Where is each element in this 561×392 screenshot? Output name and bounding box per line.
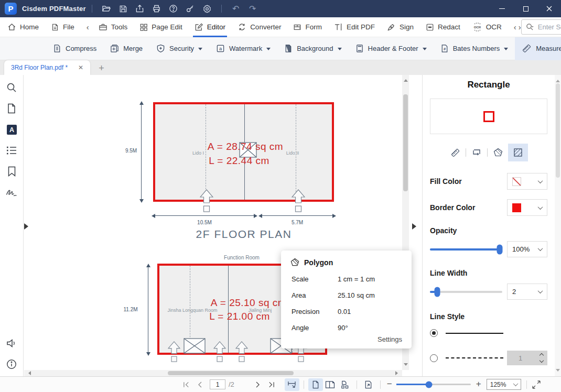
popup-settings-link[interactable]: Settings (377, 335, 402, 343)
spinner-up-icon[interactable] (540, 353, 544, 357)
line-style-solid-option[interactable] (430, 329, 547, 337)
first-page-icon[interactable] (179, 379, 193, 390)
fullscreen-icon[interactable] (532, 380, 541, 389)
ribbon-scroll-left-icon[interactable]: ‹ (514, 23, 516, 31)
polygon-tool-icon[interactable] (488, 144, 508, 161)
measure-button[interactable]: Measure (515, 37, 561, 60)
zoom-slider[interactable] (396, 384, 471, 385)
security-button[interactable]: Security (149, 37, 209, 60)
bates-numbers-icon: # (440, 44, 449, 53)
tab-converter[interactable]: Converter (238, 17, 281, 37)
open-file-icon[interactable] (98, 2, 115, 16)
scroll-up-icon[interactable] (556, 78, 560, 82)
rectangle-tool-icon[interactable] (508, 144, 528, 161)
sidebar-search-icon[interactable] (6, 82, 17, 93)
scroll-down-icon[interactable] (404, 363, 408, 368)
zoom-level-dropdown[interactable]: 125% (487, 379, 521, 390)
ribbon-scroll-right-icon[interactable]: › (519, 23, 521, 31)
border-color-dropdown[interactable] (507, 199, 547, 216)
tab-ocr[interactable]: OCR OCR (472, 17, 502, 37)
opacity-slider-thumb[interactable] (497, 244, 503, 254)
share-icon[interactable] (132, 2, 148, 16)
document-tab-strip: 3Rd Floor Plan.pdf * ✕ + (0, 60, 561, 75)
save-icon[interactable] (115, 2, 132, 16)
help-icon[interactable] (165, 2, 182, 16)
sidebar-info-icon[interactable] (6, 358, 17, 370)
tab-sign[interactable]: Sign (387, 17, 414, 37)
line-width-slider-thumb[interactable] (435, 287, 440, 297)
ribbon-collapse-left-icon[interactable]: ‹ (87, 23, 89, 31)
search-input[interactable] (537, 23, 561, 31)
export-page-icon[interactable] (361, 378, 376, 391)
password-icon[interactable] (182, 2, 199, 16)
zoom-out-icon[interactable]: − (387, 379, 392, 389)
bates-numbers-button[interactable]: # Bates Numbers (434, 37, 515, 60)
sidebar-signature-icon[interactable] (6, 187, 17, 198)
merge-button[interactable]: Merge (103, 37, 149, 60)
next-page-icon[interactable] (251, 379, 265, 390)
tab-editor[interactable]: Editor (195, 17, 225, 37)
tab-home[interactable]: Home (7, 17, 39, 37)
page-number-input[interactable] (210, 379, 225, 389)
sidebar-audio-icon[interactable] (6, 337, 17, 349)
line-width-slider[interactable] (430, 291, 502, 293)
horizontal-scroll-thumb[interactable] (168, 371, 294, 375)
line-width-dropdown[interactable]: 2 (507, 284, 547, 300)
close-button[interactable] (537, 0, 561, 17)
sidebar-expand-handle-icon[interactable] (24, 223, 31, 230)
zoom-slider-thumb[interactable] (425, 381, 432, 388)
sidebar-bookmark-icon[interactable] (6, 166, 17, 177)
zoom-in-icon[interactable]: + (476, 379, 481, 389)
scroll-down-icon[interactable] (556, 369, 560, 374)
background-button[interactable]: Background (277, 37, 348, 60)
sidebar-annotations-icon[interactable]: A (6, 124, 17, 135)
watermark-button[interactable]: a Watermark (209, 37, 277, 60)
opacity-slider[interactable] (430, 248, 502, 251)
single-page-view-icon[interactable] (308, 378, 323, 391)
sidebar-list-icon[interactable] (6, 145, 17, 156)
undo-icon[interactable]: ↶ (228, 2, 244, 16)
distance-tool-icon[interactable] (445, 144, 465, 161)
tab-edit-pdf[interactable]: Edit PDF (334, 17, 375, 37)
line-style-dashed-option[interactable]: 1 (430, 351, 547, 365)
print-icon[interactable] (148, 2, 165, 16)
two-page-view-icon[interactable] (323, 378, 338, 391)
scroll-up-icon[interactable] (404, 77, 408, 82)
document-tab[interactable]: 3Rd Floor Plan.pdf * ✕ (4, 60, 90, 75)
tab-tools[interactable]: Tools (99, 17, 128, 37)
canvas-horizontal-scrollbar[interactable] (24, 370, 402, 376)
tab-redact[interactable]: Redact (426, 17, 460, 37)
new-tab-button[interactable]: + (99, 63, 104, 73)
shape-preview-box (430, 99, 547, 134)
fill-color-dropdown[interactable] (507, 173, 547, 190)
minimize-button[interactable] (490, 0, 514, 17)
sidebar-pages-icon[interactable] (6, 103, 17, 114)
opacity-value-dropdown[interactable]: 100% (507, 241, 547, 257)
redo-icon[interactable]: ↷ (244, 2, 261, 16)
scroll-right-icon[interactable] (395, 371, 400, 375)
dash-size-spinner[interactable]: 1 (507, 351, 547, 365)
floor-plan-1-measured-rectangle[interactable]: Lido I Lido II A = 28.74 sq cm L = 22.44… (153, 102, 334, 202)
header-footer-button[interactable]: Header & Footer (349, 37, 434, 60)
panel-scrollbar[interactable] (555, 75, 561, 376)
page-organize-view-icon[interactable] (338, 378, 352, 391)
compress-button[interactable]: Compress (46, 37, 103, 60)
tab-page-edit[interactable]: Page Edit (139, 17, 182, 37)
fit-width-icon[interactable] (285, 378, 299, 391)
perimeter-tool-icon[interactable] (467, 144, 487, 161)
last-page-icon[interactable] (265, 379, 278, 390)
panel-scroll-thumb[interactable] (556, 83, 560, 178)
popup-row-label: Scale (292, 275, 338, 283)
tab-form[interactable]: Form (293, 17, 322, 37)
tab-file[interactable]: File (51, 17, 74, 37)
previous-page-icon[interactable] (193, 379, 207, 390)
maximize-button[interactable] (514, 0, 537, 17)
tab-close-icon[interactable]: ✕ (78, 64, 83, 71)
spinner-down-icon[interactable] (540, 358, 544, 363)
vertical-scroll-thumb[interactable] (403, 94, 408, 191)
settings-icon[interactable] (199, 2, 215, 16)
scroll-left-icon[interactable] (26, 371, 31, 375)
panel-collapse-handle-icon[interactable] (412, 223, 419, 230)
radio-selected-icon[interactable] (430, 329, 438, 337)
radio-unselected-icon[interactable] (430, 354, 438, 362)
